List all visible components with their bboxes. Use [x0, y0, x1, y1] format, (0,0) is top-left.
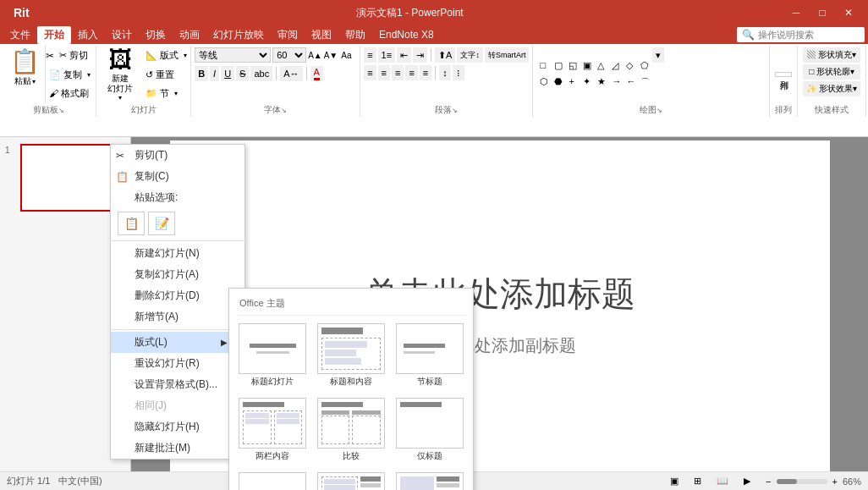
shape-oct[interactable]: ⬣ [551, 75, 564, 91]
cut-button[interactable]: ✂ 剪切 [56, 47, 91, 63]
ctx-paste-icon-1[interactable]: 📋 [118, 212, 145, 235]
char-spacing-button[interactable]: A↔ [280, 66, 302, 81]
layout-two-col[interactable]: 两栏内容 [236, 395, 310, 465]
new-slide-arrow[interactable]: ▾ [118, 94, 122, 102]
menu-slideshow[interactable]: 幻灯片放映 [206, 26, 271, 44]
ctx-new-slide[interactable]: 新建幻灯片(N) [111, 243, 244, 264]
shape-star5[interactable]: ★ [594, 75, 607, 91]
shadow-button[interactable]: abc [250, 66, 272, 81]
ctx-cut[interactable]: ✂ 剪切(T) [111, 145, 244, 166]
shape-snip[interactable]: ◱ [565, 59, 579, 74]
shape-rtri[interactable]: ◿ [608, 59, 622, 74]
layout-title-content[interactable]: 标题和内容 [315, 321, 388, 390]
zoom-out-button[interactable]: − [762, 474, 774, 489]
shape-effect-button[interactable]: ✨ 形状效果▾ [803, 81, 860, 96]
ctx-del-slide[interactable]: 删除幻灯片(D) [111, 285, 244, 306]
menu-transitions[interactable]: 切换 [139, 26, 173, 44]
ctx-new-section[interactable]: 新增节(A) [111, 306, 244, 328]
slideshow-button[interactable]: ▶ [740, 474, 754, 489]
normal-view-button[interactable]: ▣ [667, 474, 682, 489]
increase-indent-button[interactable]: ⇥ [413, 47, 427, 63]
bold-button[interactable]: B [195, 66, 208, 81]
menu-insert[interactable]: 插入 [71, 26, 105, 44]
shape-arrow[interactable]: → [608, 75, 622, 91]
ctx-dup-slide[interactable]: 复制幻灯片(A) [111, 264, 244, 285]
align-right-button[interactable]: ≡ [392, 65, 404, 80]
layout-section-title[interactable]: 节标题 [393, 321, 466, 390]
text-direction-button[interactable]: ⬆A [435, 47, 455, 63]
menu-endnote[interactable]: EndNote X8 [372, 27, 441, 42]
minimize-button[interactable]: ─ [783, 4, 809, 21]
clipboard-expand[interactable]: ↘ [58, 107, 64, 114]
font-decrease[interactable]: A▼ [324, 51, 338, 60]
shape-rounded[interactable]: ▢ [551, 59, 564, 74]
paste-arrow[interactable]: ▾ [32, 78, 36, 85]
ctx-layout[interactable]: 版式(L) ▶ [111, 332, 244, 353]
close-button[interactable]: ✕ [836, 4, 861, 21]
menu-file[interactable]: 文件 [3, 26, 37, 44]
clear-format[interactable]: Aa [341, 51, 351, 60]
bullet-list-button[interactable]: ≡ [364, 47, 376, 63]
menu-home[interactable]: 开始 [37, 26, 71, 44]
shapes-more-button[interactable]: ▾ [652, 47, 664, 63]
ctx-hide-slide[interactable]: 隐藏幻灯片(H) [111, 416, 244, 438]
new-slide-button[interactable]: 🖼 新建幻灯片 ▾ [100, 46, 140, 103]
layout-blank[interactable]: 空白 [236, 470, 310, 490]
shape-frame[interactable]: ▣ [580, 59, 593, 74]
shape-outline-button[interactable]: □ 形状轮廓▾ [803, 64, 860, 80]
ctx-new-comment[interactable]: 新建批注(M) [111, 438, 244, 459]
menu-help[interactable]: 帮助 [338, 26, 372, 44]
col-button[interactable]: ⫶ [453, 65, 464, 80]
font-family-select[interactable]: 等线 [195, 47, 271, 63]
shape-diamond[interactable]: ◇ [623, 59, 636, 74]
align-left-button[interactable]: ≡ [364, 65, 376, 80]
section-arrow[interactable]: ▾ [174, 90, 178, 97]
menu-animations[interactable]: 动画 [173, 26, 206, 44]
shape-pent[interactable]: ⬠ [637, 59, 651, 74]
align-text-button[interactable]: 文字↕ [457, 47, 483, 63]
layout-content-title[interactable]: 内容与标题 [315, 470, 388, 490]
numbered-list-button[interactable]: 1≡ [378, 47, 396, 63]
zoom-slider[interactable] [777, 479, 827, 484]
ctx-copy[interactable]: 📋 复制(C) [111, 166, 244, 187]
justify-low-button[interactable]: ≡ [420, 65, 431, 80]
reset-button[interactable]: ↺ 重置 [142, 67, 178, 83]
menu-review[interactable]: 审阅 [271, 26, 305, 44]
justify-button[interactable]: ≡ [405, 65, 417, 80]
zoom-in-button[interactable]: + [829, 474, 841, 489]
ctx-reset-slide[interactable]: 重设幻灯片(R) [111, 353, 244, 374]
drawing-expand[interactable]: ↘ [656, 107, 662, 114]
shape-larrow[interactable]: ← [623, 75, 636, 91]
shape-tri[interactable]: △ [594, 59, 607, 74]
search-box[interactable]: 🔍 [737, 27, 865, 42]
arrange-button[interactable]: 排列 [775, 72, 792, 77]
layout-title-slide[interactable]: 标题幻灯片 [236, 321, 310, 390]
reading-view-button[interactable]: 📖 [713, 474, 732, 489]
convert-smartart-button[interactable]: 转SmartArt [485, 47, 530, 63]
layout-compare[interactable]: 比较 [315, 395, 388, 465]
paragraph-expand[interactable]: ↘ [452, 107, 458, 114]
slide-sorter-button[interactable]: ⊞ [690, 474, 705, 489]
font-color-button[interactable]: A [310, 66, 323, 81]
copy-button[interactable]: 📄 复制 [46, 67, 85, 83]
shape-star4[interactable]: ✦ [580, 75, 593, 91]
layout-button[interactable]: 📐 版式 [142, 47, 182, 63]
format-paint-button[interactable]: 🖌 格式刷 [46, 85, 92, 102]
layout-title-only[interactable]: 仅标题 [393, 395, 466, 465]
menu-view[interactable]: 视图 [305, 26, 338, 44]
shape-fill-button[interactable]: ▧ 形状填充▾ [803, 47, 860, 63]
italic-button[interactable]: I [210, 66, 219, 81]
restore-button[interactable]: □ [810, 4, 835, 21]
center-button[interactable]: ≡ [378, 65, 390, 80]
line-spacing-button[interactable]: ↕ [439, 65, 451, 80]
ctx-paste-icon-2[interactable]: 📝 [148, 212, 175, 235]
shape-plus[interactable]: + [565, 75, 579, 91]
strikethrough-button[interactable]: S [236, 66, 249, 81]
underline-button[interactable]: U [221, 66, 234, 81]
ctx-bg-format[interactable]: 设置背景格式(B)... [111, 374, 244, 395]
ctx-same[interactable]: 相同(J) [111, 395, 244, 416]
decrease-indent-button[interactable]: ⇤ [397, 47, 411, 63]
font-increase[interactable]: A▲ [308, 51, 322, 60]
layout-picture-title[interactable]: 🖼 图片与标题 [393, 470, 466, 490]
paste-button[interactable]: 📋 粘贴 ▾ [5, 46, 46, 103]
